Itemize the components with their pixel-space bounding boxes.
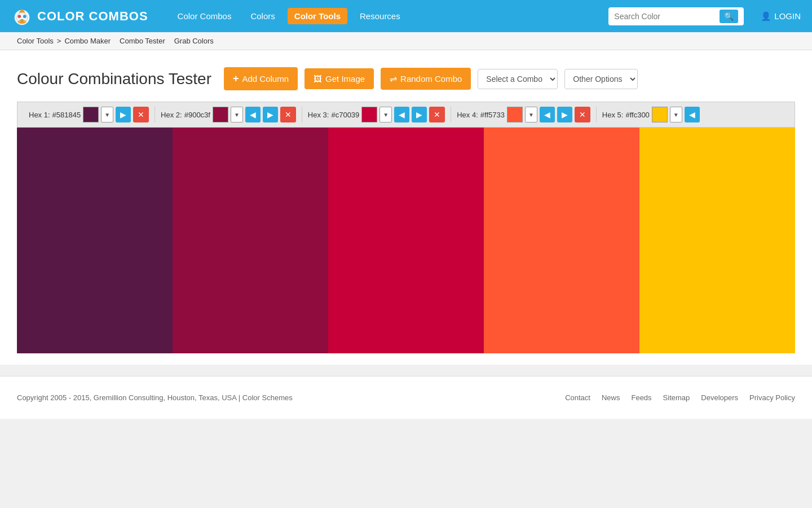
shuffle-icon: ⇌: [390, 73, 397, 84]
nav-color-tools[interactable]: Color Tools: [288, 8, 347, 24]
breadcrumb-color-tools[interactable]: Color Tools: [17, 37, 54, 45]
image-icon: 🖼: [314, 74, 322, 84]
remove-icon-1: ✕: [138, 110, 144, 119]
footer-privacy-policy[interactable]: Privacy Policy: [749, 393, 795, 402]
color-swatch-2[interactable]: [213, 107, 228, 122]
swatch-dropdown-1[interactable]: ▼: [101, 107, 113, 122]
right-arrow-icon-4: ▶: [562, 110, 568, 119]
dropdown-arrow-icon-3: ▼: [383, 112, 389, 118]
swatch-dropdown-5[interactable]: ▼: [670, 107, 682, 122]
dropdown-arrow-icon-5: ▼: [673, 112, 679, 118]
footer-developers[interactable]: Developers: [701, 393, 738, 402]
hex-value-2: #900c3f: [184, 111, 210, 119]
breadcrumb-combo-maker[interactable]: Combo Maker: [64, 37, 111, 45]
search-button[interactable]: 🔍: [720, 10, 738, 23]
get-image-label: Get Image: [325, 74, 365, 84]
color-group-2: Hex 2: #900c3f ▼ ◀ ▶ ✕: [155, 107, 302, 122]
hex-value-3: #c70039: [331, 111, 359, 119]
left-arrow-icon-3: ◀: [399, 110, 405, 119]
remove-color-2[interactable]: ✕: [280, 107, 296, 122]
left-arrow-icon-5: ◀: [689, 110, 695, 119]
remove-icon-2: ✕: [285, 110, 292, 119]
color-swatches-row: [17, 128, 795, 353]
site-header: COLOR COMBOS Color Combos Colors Color T…: [0, 0, 812, 32]
swatch-dropdown-4[interactable]: ▼: [525, 107, 537, 122]
swatch-dropdown-2[interactable]: ▼: [231, 107, 243, 122]
color-block-5: [639, 128, 795, 353]
search-icon: 🔍: [724, 12, 734, 21]
get-image-button[interactable]: 🖼 Get Image: [304, 68, 374, 89]
remove-color-1[interactable]: ✕: [133, 107, 149, 122]
move-left-4[interactable]: ◀: [540, 107, 555, 122]
color-group-1: Hex 1: #581845 ▼ ▶ ✕: [23, 107, 155, 122]
color-swatch-3[interactable]: [361, 107, 377, 122]
move-left-5[interactable]: ◀: [685, 107, 700, 122]
color-group-3: Hex 3: #c70039 ▼ ◀ ▶ ✕: [302, 107, 451, 122]
dropdown-arrow-icon-2: ▼: [234, 112, 240, 118]
svg-point-2: [17, 15, 21, 18]
hex-label-1: Hex 1:: [29, 111, 50, 119]
plus-icon: +: [233, 73, 239, 85]
subheader: Color Tools > Combo Maker Combo Tester G…: [0, 32, 812, 50]
footer-feeds[interactable]: Feeds: [631, 393, 651, 402]
main-content: Colour Combinations Tester + Add Column …: [0, 50, 812, 365]
color-block-3: [328, 128, 484, 353]
hex-label-3: Hex 3:: [308, 111, 329, 119]
color-swatch-5[interactable]: [652, 107, 668, 122]
svg-point-5: [17, 19, 26, 24]
move-right-2[interactable]: ▶: [263, 107, 278, 122]
hex-value-4: #ff5733: [480, 111, 505, 119]
search-input[interactable]: [614, 12, 716, 21]
add-column-button[interactable]: + Add Column: [224, 67, 298, 90]
hex-label-5: Hex 5:: [602, 111, 624, 119]
nav-color-combos[interactable]: Color Combos: [171, 8, 239, 24]
hex-label-4: Hex 4:: [457, 111, 478, 119]
footer-news[interactable]: News: [602, 393, 620, 402]
left-arrow-icon-2: ◀: [250, 110, 256, 119]
move-left-3[interactable]: ◀: [394, 107, 409, 122]
logo-link[interactable]: COLOR COMBOS: [11, 6, 148, 27]
move-right-3[interactable]: ▶: [412, 107, 427, 122]
footer-sitemap[interactable]: Sitemap: [663, 393, 690, 402]
logo-text: COLOR COMBOS: [37, 9, 148, 24]
color-swatch-1[interactable]: [83, 107, 99, 122]
add-column-label: Add Column: [242, 74, 289, 84]
site-footer: Copyright 2005 - 2015, Gremillion Consul…: [0, 376, 812, 419]
login-label: LOGIN: [774, 11, 801, 21]
move-left-2[interactable]: ◀: [245, 107, 261, 122]
remove-color-3[interactable]: ✕: [429, 107, 445, 122]
hex-value-5: #ffc300: [625, 111, 649, 119]
nav-colors[interactable]: Colors: [244, 8, 281, 24]
tool-title: Colour Combinations Tester: [17, 70, 211, 88]
color-swatch-4[interactable]: [507, 107, 523, 122]
dropdown-arrow-icon-1: ▼: [104, 112, 110, 118]
color-group-5: Hex 5: #ffc300 ▼ ◀: [597, 107, 705, 122]
swatch-dropdown-3[interactable]: ▼: [379, 107, 392, 122]
color-block-4: [484, 128, 639, 353]
right-arrow-icon-2: ▶: [267, 110, 273, 119]
color-group-4: Hex 4: #ff5733 ▼ ◀ ▶ ✕: [451, 107, 597, 122]
login-link[interactable]: 👤 LOGIN: [761, 11, 801, 21]
move-right-1[interactable]: ▶: [116, 107, 131, 122]
breadcrumb-sep: >: [57, 37, 61, 45]
random-combo-button[interactable]: ⇌ Random Combo: [381, 68, 471, 90]
copyright-text: Copyright 2005 - 2015, Gremillion Consul…: [17, 393, 293, 402]
footer-contact[interactable]: Contact: [565, 393, 590, 402]
tool-header: Colour Combinations Tester + Add Column …: [17, 67, 795, 90]
nav-resources[interactable]: Resources: [353, 8, 407, 24]
hex-value-1: #581845: [52, 111, 81, 119]
remove-icon-3: ✕: [434, 110, 440, 119]
select-combo-dropdown[interactable]: Select a Combo: [478, 69, 558, 89]
breadcrumb-combo-tester[interactable]: Combo Tester: [120, 37, 165, 45]
remove-color-4[interactable]: ✕: [575, 107, 590, 122]
remove-icon-4: ✕: [579, 110, 586, 119]
random-combo-label: Random Combo: [400, 74, 462, 84]
right-arrow-icon-1: ▶: [120, 110, 126, 119]
color-controls-row: Hex 1: #581845 ▼ ▶ ✕ Hex 2: #900c3f ▼ ◀ …: [17, 102, 795, 128]
color-block-2: [173, 128, 328, 353]
other-options-dropdown[interactable]: Other Options: [564, 69, 638, 89]
main-nav: Color Combos Colors Color Tools Resource…: [171, 8, 598, 24]
hex-label-2: Hex 2:: [161, 111, 182, 119]
move-right-4[interactable]: ▶: [557, 107, 572, 122]
breadcrumb-grab-colors[interactable]: Grab Colors: [174, 37, 214, 45]
